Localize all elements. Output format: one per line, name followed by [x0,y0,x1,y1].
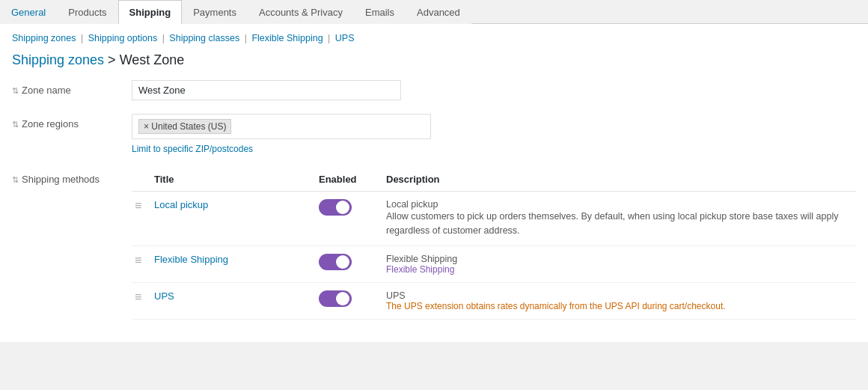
breadcrumb-current: West Zone [120,52,185,67]
region-tag-label: × United States (US) [144,121,226,132]
limit-zip-link[interactable]: Limit to specific ZIP/postcodes [132,144,856,154]
method-enabled-1 [319,192,386,246]
region-tag[interactable]: × United States (US) [138,119,231,134]
col-title: Title [154,168,319,192]
subnav-flexible-shipping[interactable]: Flexible Shipping [251,33,323,43]
form-section: ⇅ Zone name ⇅ Zone regions × United Stat… [12,80,856,320]
zone-regions-row: ⇅ Zone regions × United States (US) Limi… [12,114,856,154]
zone-regions-label: ⇅ Zone regions [12,114,132,130]
sort-icon-zone-regions: ⇅ [12,120,19,130]
method-desc-1: Local pickup Allow customers to pick up … [386,192,856,246]
breadcrumb-separator: > [108,52,120,67]
toggle-1[interactable] [319,199,352,216]
separator-3: | [245,33,247,43]
method-enabled-2 [319,246,386,282]
table-row: ≡ UPS [132,282,856,319]
method-desc-2: Flexible Shipping Flexible Shipping [386,246,856,282]
method-title-1: Local pickup [154,192,319,246]
method-title-2: Flexible Shipping [154,246,319,282]
zone-regions-control: × United States (US) Limit to specific Z… [132,114,856,154]
tab-payments[interactable]: Payments [182,0,248,24]
subnav-shipping-classes[interactable]: Shipping classes [169,33,239,43]
method-desc-warn-3: The UPS extension obtains rates dynamica… [386,301,847,311]
method-desc-sub-2: Flexible Shipping [386,264,847,275]
subnav-shipping-options[interactable]: Shipping options [88,33,157,43]
col-drag [132,168,154,192]
separator-4: | [328,33,330,43]
method-desc-body-1: Allow customers to pick up orders themse… [386,211,838,236]
breadcrumb: Shipping zones > West Zone [12,52,856,68]
zone-name-control [132,80,856,100]
zone-name-input[interactable] [132,80,401,100]
separator-2: | [162,33,165,43]
tab-emails[interactable]: Emails [354,0,406,24]
separator-1: | [81,33,83,43]
tab-products[interactable]: Products [57,0,117,24]
col-description: Description [386,168,856,192]
col-enabled: Enabled [319,168,386,192]
method-link-2[interactable]: Flexible Shipping [154,254,228,265]
method-desc-title-3: UPS [386,290,847,301]
tab-advanced[interactable]: Advanced [406,0,471,24]
tab-general[interactable]: General [0,0,57,24]
tabs-bar: General Products Shipping Payments Accou… [0,0,868,24]
tab-shipping[interactable]: Shipping [118,0,183,24]
subnav-ups[interactable]: UPS [335,33,355,43]
method-desc-title-2: Flexible Shipping [386,254,847,264]
drag-handle-2[interactable]: ≡ [132,246,154,282]
method-link-3[interactable]: UPS [154,290,174,302]
sort-icon-zone-name: ⇅ [12,86,19,96]
breadcrumb-link[interactable]: Shipping zones [12,52,104,67]
method-desc-3: UPS The UPS extension obtains rates dyna… [386,282,856,319]
drag-handle-1[interactable]: ≡ [132,192,154,246]
shipping-methods-row: ⇅ Shipping methods Title Enabled Descrip… [12,168,856,320]
method-link-1[interactable]: Local pickup [154,199,208,210]
tab-accounts-privacy[interactable]: Accounts & Privacy [248,0,354,24]
methods-table: Title Enabled Description ≡ Local pickup [132,168,856,320]
region-box[interactable]: × United States (US) [132,114,431,139]
method-desc-title-1: Local pickup [386,199,847,210]
sort-icon-methods: ⇅ [12,175,19,185]
toggle-3[interactable] [319,290,352,307]
method-enabled-3 [319,282,386,319]
drag-handle-3[interactable]: ≡ [132,282,154,319]
sub-nav: Shipping zones | Shipping options | Ship… [12,33,856,43]
zone-name-row: ⇅ Zone name [12,80,856,100]
table-row: ≡ Local pickup [132,192,856,246]
subnav-shipping-zones[interactable]: Shipping zones [12,33,76,43]
zone-name-label: ⇅ Zone name [12,80,132,96]
shipping-methods-label: ⇅ Shipping methods [12,168,132,185]
shipping-methods-table-wrap: Title Enabled Description ≡ Local pickup [132,168,856,320]
method-title-3: UPS [154,282,319,319]
toggle-2[interactable] [319,254,352,270]
table-row: ≡ Flexible Shipping [132,246,856,282]
